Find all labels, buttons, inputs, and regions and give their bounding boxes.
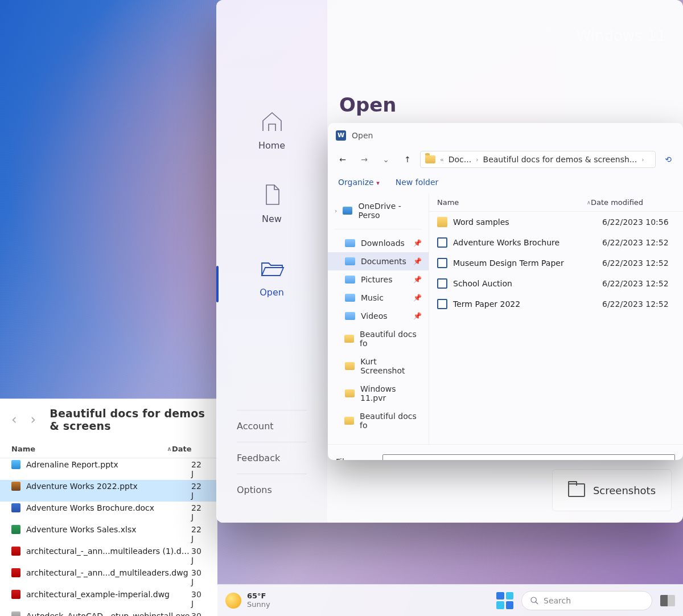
tree-item[interactable]: ›OneDrive - Perso bbox=[328, 197, 429, 224]
tree-item[interactable]: Beautiful docs fo bbox=[328, 325, 429, 352]
start-button[interactable] bbox=[496, 592, 513, 609]
dialog-recent-dropdown[interactable]: ⌄ bbox=[377, 151, 395, 167]
dialog-back-button[interactable]: ← bbox=[334, 151, 352, 167]
organize-menu[interactable]: Organize ▾ bbox=[338, 178, 380, 187]
file-date: 30 J bbox=[191, 547, 206, 565]
nav-forward-button[interactable]: › bbox=[31, 412, 36, 428]
file-row[interactable]: architectural_-_ann...d_multileaders.dwg… bbox=[0, 566, 217, 588]
file-type-icon bbox=[11, 611, 20, 616]
column-header-name[interactable]: Name bbox=[11, 445, 35, 453]
file-name: architectural_example-imperial.dwg bbox=[26, 590, 191, 608]
file-row[interactable]: Autodesk_AutoCAD...etup_webinstall.exe30… bbox=[0, 610, 217, 616]
file-row[interactable]: architectural_example-imperial.dwg30 J bbox=[0, 588, 217, 610]
file-row[interactable]: architectural_-_ann...multileaders (1).d… bbox=[0, 545, 217, 566]
file-name: Adventure Works Brochure.docx bbox=[26, 503, 191, 521]
file-row[interactable]: Adventure Works Sales.xlsx22 J bbox=[0, 523, 217, 545]
expand-chevron-icon[interactable]: › bbox=[335, 207, 337, 215]
dialog-forward-button[interactable]: → bbox=[355, 151, 373, 167]
backstage-options[interactable]: Options bbox=[237, 474, 307, 506]
file-row[interactable]: Adventure Works 2022.pptx22 J bbox=[0, 480, 217, 502]
dialog-nav-tree: ›OneDrive - PersoDownloads📌Documents📌Pic… bbox=[328, 194, 429, 444]
file-type-icon bbox=[11, 590, 20, 599]
task-view-button[interactable] bbox=[660, 595, 675, 606]
file-name-input[interactable] bbox=[382, 454, 675, 461]
file-name: Museum Design Term Paper bbox=[453, 258, 602, 268]
file-row[interactable]: Term Paper 20226/22/2023 12:52 bbox=[429, 294, 683, 314]
dialog-breadcrumb[interactable]: « Doc... › Beautiful docs for demos & sc… bbox=[420, 151, 656, 168]
sort-asc-icon[interactable]: ∧ bbox=[167, 445, 172, 453]
breadcrumb-segment[interactable]: Beautiful docs for demos & screensh... bbox=[483, 155, 637, 164]
new-folder-button[interactable]: New folder bbox=[396, 178, 439, 187]
pin-icon[interactable]: 📌 bbox=[413, 257, 422, 265]
file-name: School Auction bbox=[453, 279, 602, 288]
chevron-down-icon: ▾ bbox=[376, 179, 380, 187]
tree-item[interactable]: Kurt Screenshot bbox=[328, 352, 429, 380]
file-name: Adventure Works Brochure bbox=[453, 238, 602, 247]
file-row[interactable]: Adventure Works Brochure6/22/2023 12:52 bbox=[429, 232, 683, 253]
chevron-right-icon: › bbox=[476, 156, 478, 163]
backstage-account[interactable]: Account bbox=[237, 410, 307, 442]
folder-icon bbox=[345, 276, 355, 284]
tree-item[interactable]: Music📌 bbox=[328, 289, 429, 307]
chevron-left-icon: « bbox=[440, 156, 444, 163]
tree-item[interactable]: Windows 11.pvr bbox=[328, 380, 429, 407]
taskbar-search[interactable]: Search bbox=[521, 591, 652, 610]
search-icon bbox=[530, 596, 539, 605]
column-header-date-modified[interactable]: Date modified bbox=[591, 198, 675, 207]
dialog-up-button[interactable]: ↑ bbox=[398, 151, 417, 167]
home-icon bbox=[258, 109, 286, 133]
file-row[interactable]: Word samples6/22/2023 10:56 bbox=[429, 212, 683, 232]
pin-icon[interactable]: 📌 bbox=[413, 276, 422, 284]
backstage-feedback[interactable]: Feedback bbox=[237, 442, 307, 474]
backstage-item-open[interactable]: Open bbox=[216, 244, 327, 317]
file-date: 22 J bbox=[191, 482, 206, 500]
file-date: 22 J bbox=[191, 460, 206, 478]
folder-icon bbox=[344, 335, 354, 343]
file-name: Adrenaline Report.pptx bbox=[26, 460, 191, 478]
explorer-window: ‹ › Beautiful docs for demos & screens N… bbox=[0, 399, 217, 616]
taskbar-weather-widget[interactable]: 65°F Sunny bbox=[225, 592, 270, 609]
breadcrumb-segment[interactable]: Doc... bbox=[449, 155, 471, 164]
tree-item[interactable]: Downloads📌 bbox=[328, 234, 429, 252]
breadcrumb-path[interactable]: Beautiful docs for demos & screens bbox=[50, 407, 206, 432]
folder-icon bbox=[425, 155, 435, 163]
tree-item-label: Windows 11.pvr bbox=[360, 384, 422, 403]
file-row[interactable]: School Auction6/22/2023 12:52 bbox=[429, 273, 683, 294]
sort-asc-icon[interactable]: ∧ bbox=[587, 199, 591, 206]
pin-icon[interactable]: 📌 bbox=[413, 312, 422, 320]
backstage-item-home[interactable]: Home bbox=[216, 97, 327, 170]
tree-item[interactable]: Pictures📌 bbox=[328, 270, 429, 289]
file-date-modified: 6/22/2023 12:52 bbox=[602, 238, 675, 247]
file-name: Term Paper 2022 bbox=[453, 299, 602, 309]
file-date: 22 J bbox=[191, 503, 206, 521]
file-row[interactable]: Museum Design Term Paper6/22/2023 12:52 bbox=[429, 253, 683, 273]
file-type-icon bbox=[11, 547, 20, 556]
attach-location-screenshots[interactable]: Screenshots bbox=[552, 469, 672, 511]
file-date: 30 J bbox=[191, 568, 206, 586]
sun-icon bbox=[225, 593, 241, 609]
file-name-label: File name: bbox=[336, 457, 377, 461]
file-name: Adventure Works Sales.xlsx bbox=[26, 525, 191, 543]
file-row[interactable]: Adrenaline Report.pptx22 J bbox=[0, 458, 217, 480]
tree-item[interactable]: Documents📌 bbox=[328, 252, 429, 270]
folder-icon bbox=[345, 239, 355, 247]
pin-icon[interactable]: 📌 bbox=[413, 294, 422, 302]
chevron-right-icon: › bbox=[641, 156, 644, 163]
folder-icon bbox=[345, 389, 355, 397]
backstage-page-title: Open bbox=[339, 93, 397, 116]
backstage-item-new[interactable]: New bbox=[216, 170, 327, 244]
refresh-button[interactable]: ⟲ bbox=[659, 151, 677, 167]
file-date: 30 J bbox=[191, 611, 206, 616]
file-type-icon bbox=[437, 299, 447, 309]
tree-item-label: Videos bbox=[361, 311, 388, 321]
file-row[interactable]: Adventure Works Brochure.docx22 J bbox=[0, 502, 217, 523]
separator bbox=[335, 229, 422, 229]
tree-item-label: Kurt Screenshot bbox=[360, 357, 422, 375]
column-header-date[interactable]: Date bbox=[172, 445, 192, 453]
nav-back-button[interactable]: ‹ bbox=[11, 412, 17, 428]
column-header-name[interactable]: Name bbox=[437, 198, 459, 207]
folder-icon bbox=[343, 207, 352, 215]
tree-item[interactable]: Beautiful docs fo bbox=[328, 407, 429, 434]
pin-icon[interactable]: 📌 bbox=[413, 239, 422, 247]
tree-item[interactable]: Videos📌 bbox=[328, 307, 429, 325]
